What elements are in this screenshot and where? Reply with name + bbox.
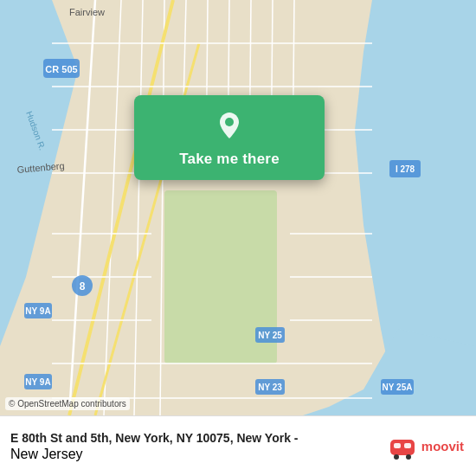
moovit-logo: moovit: [389, 433, 464, 460]
address-line2: New Jersey: [10, 447, 389, 462]
svg-text:CR 505: CR 505: [45, 64, 77, 74]
svg-rect-49: [390, 440, 415, 455]
osm-attribution: © OpenStreetMap contributors: [5, 397, 130, 410]
svg-point-52: [394, 454, 399, 460]
svg-rect-50: [394, 443, 401, 448]
map-background: CR 505 8 NY 9A NY 9A I 278 NY 25 NY 23 N…: [0, 0, 476, 415]
moovit-icon: [389, 433, 416, 460]
location-pin-icon: [213, 109, 246, 142]
svg-text:Fairview: Fairview: [69, 7, 105, 17]
svg-text:8: 8: [80, 280, 86, 293]
svg-text:NY 9A: NY 9A: [25, 377, 50, 387]
info-bar: E 80th St and 5th, New York, NY 10075, N…: [0, 415, 476, 476]
take-me-there-button[interactable]: Take me there: [134, 95, 325, 180]
map-container: CR 505 8 NY 9A NY 9A I 278 NY 25 NY 23 N…: [0, 0, 476, 415]
address-block: E 80th St and 5th, New York, NY 10075, N…: [10, 431, 389, 462]
address-line: E 80th St and 5th, New York, NY 10075, N…: [10, 431, 389, 445]
svg-text:NY 25: NY 25: [258, 331, 282, 340]
moovit-text: moovit: [421, 439, 464, 453]
svg-text:I 278: I 278: [396, 164, 415, 174]
svg-text:NY 9A: NY 9A: [25, 306, 50, 316]
svg-point-48: [225, 118, 234, 126]
svg-rect-51: [404, 443, 411, 448]
svg-text:NY 23: NY 23: [258, 383, 282, 392]
svg-text:NY 25A: NY 25A: [383, 383, 413, 392]
take-me-there-label: Take me there: [179, 151, 280, 168]
svg-point-53: [406, 454, 411, 460]
